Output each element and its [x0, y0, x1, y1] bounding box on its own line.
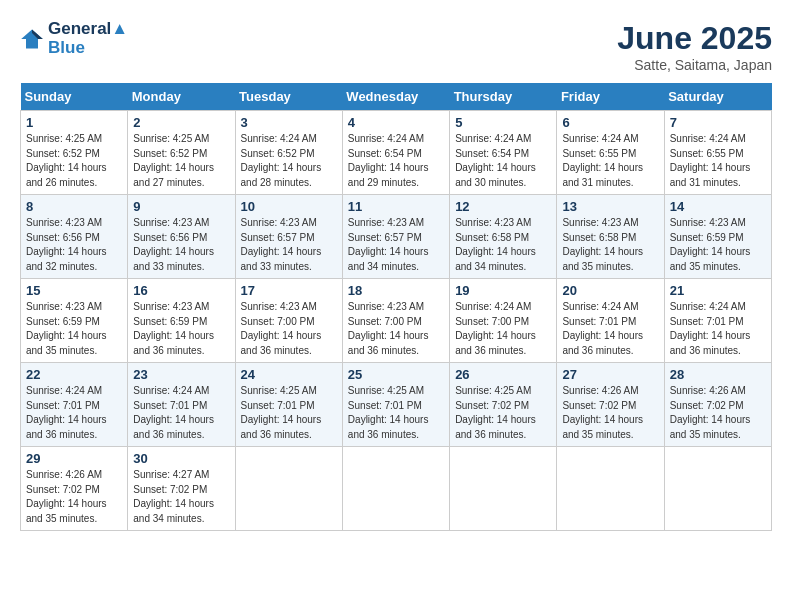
calendar-cell: 2 Sunrise: 4:25 AMSunset: 6:52 PMDayligh… — [128, 111, 235, 195]
calendar-cell: 21 Sunrise: 4:24 AMSunset: 7:01 PMDaylig… — [664, 279, 771, 363]
day-number: 8 — [26, 199, 122, 214]
calendar-cell: 28 Sunrise: 4:26 AMSunset: 7:02 PMDaylig… — [664, 363, 771, 447]
day-info: Sunrise: 4:24 AMSunset: 7:01 PMDaylight:… — [26, 384, 122, 442]
day-number: 17 — [241, 283, 337, 298]
calendar-cell: 30 Sunrise: 4:27 AMSunset: 7:02 PMDaylig… — [128, 447, 235, 531]
day-info: Sunrise: 4:25 AMSunset: 7:01 PMDaylight:… — [241, 384, 337, 442]
logo-icon — [20, 27, 44, 51]
calendar-cell: 9 Sunrise: 4:23 AMSunset: 6:56 PMDayligh… — [128, 195, 235, 279]
day-number: 10 — [241, 199, 337, 214]
day-info: Sunrise: 4:24 AMSunset: 6:54 PMDaylight:… — [348, 132, 444, 190]
calendar-cell: 24 Sunrise: 4:25 AMSunset: 7:01 PMDaylig… — [235, 363, 342, 447]
day-number: 16 — [133, 283, 229, 298]
day-info: Sunrise: 4:26 AMSunset: 7:02 PMDaylight:… — [670, 384, 766, 442]
calendar-cell: 19 Sunrise: 4:24 AMSunset: 7:00 PMDaylig… — [450, 279, 557, 363]
day-info: Sunrise: 4:23 AMSunset: 6:59 PMDaylight:… — [26, 300, 122, 358]
day-number: 26 — [455, 367, 551, 382]
day-info: Sunrise: 4:25 AMSunset: 7:01 PMDaylight:… — [348, 384, 444, 442]
calendar-cell — [450, 447, 557, 531]
day-info: Sunrise: 4:25 AMSunset: 7:02 PMDaylight:… — [455, 384, 551, 442]
calendar-cell: 6 Sunrise: 4:24 AMSunset: 6:55 PMDayligh… — [557, 111, 664, 195]
day-number: 25 — [348, 367, 444, 382]
day-info: Sunrise: 4:24 AMSunset: 7:01 PMDaylight:… — [562, 300, 658, 358]
page-header: General▲ Blue June 2025 Satte, Saitama, … — [20, 20, 772, 73]
day-info: Sunrise: 4:24 AMSunset: 6:52 PMDaylight:… — [241, 132, 337, 190]
calendar-cell: 11 Sunrise: 4:23 AMSunset: 6:57 PMDaylig… — [342, 195, 449, 279]
calendar-cell: 26 Sunrise: 4:25 AMSunset: 7:02 PMDaylig… — [450, 363, 557, 447]
day-info: Sunrise: 4:23 AMSunset: 6:56 PMDaylight:… — [26, 216, 122, 274]
day-info: Sunrise: 4:26 AMSunset: 7:02 PMDaylight:… — [26, 468, 122, 526]
day-number: 30 — [133, 451, 229, 466]
day-number: 23 — [133, 367, 229, 382]
header-tuesday: Tuesday — [235, 83, 342, 111]
calendar-cell: 20 Sunrise: 4:24 AMSunset: 7:01 PMDaylig… — [557, 279, 664, 363]
logo-text: General▲ Blue — [48, 20, 128, 57]
calendar-cell: 3 Sunrise: 4:24 AMSunset: 6:52 PMDayligh… — [235, 111, 342, 195]
day-number: 2 — [133, 115, 229, 130]
day-info: Sunrise: 4:24 AMSunset: 6:54 PMDaylight:… — [455, 132, 551, 190]
day-info: Sunrise: 4:24 AMSunset: 6:55 PMDaylight:… — [562, 132, 658, 190]
day-number: 15 — [26, 283, 122, 298]
calendar-cell: 22 Sunrise: 4:24 AMSunset: 7:01 PMDaylig… — [21, 363, 128, 447]
calendar-cell: 12 Sunrise: 4:23 AMSunset: 6:58 PMDaylig… — [450, 195, 557, 279]
day-number: 5 — [455, 115, 551, 130]
calendar-cell: 15 Sunrise: 4:23 AMSunset: 6:59 PMDaylig… — [21, 279, 128, 363]
day-number: 1 — [26, 115, 122, 130]
day-info: Sunrise: 4:23 AMSunset: 6:59 PMDaylight:… — [133, 300, 229, 358]
day-info: Sunrise: 4:26 AMSunset: 7:02 PMDaylight:… — [562, 384, 658, 442]
day-number: 11 — [348, 199, 444, 214]
day-number: 6 — [562, 115, 658, 130]
calendar-cell: 1 Sunrise: 4:25 AMSunset: 6:52 PMDayligh… — [21, 111, 128, 195]
calendar-cell: 7 Sunrise: 4:24 AMSunset: 6:55 PMDayligh… — [664, 111, 771, 195]
day-info: Sunrise: 4:23 AMSunset: 6:58 PMDaylight:… — [562, 216, 658, 274]
day-number: 18 — [348, 283, 444, 298]
day-number: 9 — [133, 199, 229, 214]
day-number: 28 — [670, 367, 766, 382]
logo: General▲ Blue — [20, 20, 128, 57]
calendar-cell: 18 Sunrise: 4:23 AMSunset: 7:00 PMDaylig… — [342, 279, 449, 363]
calendar-cell: 8 Sunrise: 4:23 AMSunset: 6:56 PMDayligh… — [21, 195, 128, 279]
day-info: Sunrise: 4:24 AMSunset: 7:01 PMDaylight:… — [133, 384, 229, 442]
day-number: 29 — [26, 451, 122, 466]
calendar-cell: 29 Sunrise: 4:26 AMSunset: 7:02 PMDaylig… — [21, 447, 128, 531]
day-number: 20 — [562, 283, 658, 298]
location-subtitle: Satte, Saitama, Japan — [617, 57, 772, 73]
calendar-cell — [557, 447, 664, 531]
day-number: 21 — [670, 283, 766, 298]
title-block: June 2025 Satte, Saitama, Japan — [617, 20, 772, 73]
header-monday: Monday — [128, 83, 235, 111]
day-number: 22 — [26, 367, 122, 382]
calendar-cell: 10 Sunrise: 4:23 AMSunset: 6:57 PMDaylig… — [235, 195, 342, 279]
day-info: Sunrise: 4:23 AMSunset: 6:59 PMDaylight:… — [670, 216, 766, 274]
calendar-table: SundayMondayTuesdayWednesdayThursdayFrid… — [20, 83, 772, 531]
day-number: 4 — [348, 115, 444, 130]
day-number: 12 — [455, 199, 551, 214]
calendar-cell: 13 Sunrise: 4:23 AMSunset: 6:58 PMDaylig… — [557, 195, 664, 279]
day-info: Sunrise: 4:23 AMSunset: 7:00 PMDaylight:… — [241, 300, 337, 358]
calendar-cell: 14 Sunrise: 4:23 AMSunset: 6:59 PMDaylig… — [664, 195, 771, 279]
day-number: 27 — [562, 367, 658, 382]
calendar-cell: 27 Sunrise: 4:26 AMSunset: 7:02 PMDaylig… — [557, 363, 664, 447]
day-number: 14 — [670, 199, 766, 214]
month-title: June 2025 — [617, 20, 772, 57]
day-number: 7 — [670, 115, 766, 130]
calendar-cell: 16 Sunrise: 4:23 AMSunset: 6:59 PMDaylig… — [128, 279, 235, 363]
day-info: Sunrise: 4:23 AMSunset: 6:56 PMDaylight:… — [133, 216, 229, 274]
day-number: 24 — [241, 367, 337, 382]
day-info: Sunrise: 4:25 AMSunset: 6:52 PMDaylight:… — [133, 132, 229, 190]
header-friday: Friday — [557, 83, 664, 111]
day-info: Sunrise: 4:23 AMSunset: 7:00 PMDaylight:… — [348, 300, 444, 358]
day-number: 19 — [455, 283, 551, 298]
header-sunday: Sunday — [21, 83, 128, 111]
day-info: Sunrise: 4:23 AMSunset: 6:57 PMDaylight:… — [241, 216, 337, 274]
calendar-cell — [342, 447, 449, 531]
day-info: Sunrise: 4:23 AMSunset: 6:58 PMDaylight:… — [455, 216, 551, 274]
calendar-cell: 5 Sunrise: 4:24 AMSunset: 6:54 PMDayligh… — [450, 111, 557, 195]
day-info: Sunrise: 4:23 AMSunset: 6:57 PMDaylight:… — [348, 216, 444, 274]
day-info: Sunrise: 4:24 AMSunset: 7:00 PMDaylight:… — [455, 300, 551, 358]
header-wednesday: Wednesday — [342, 83, 449, 111]
header-saturday: Saturday — [664, 83, 771, 111]
day-number: 13 — [562, 199, 658, 214]
day-info: Sunrise: 4:27 AMSunset: 7:02 PMDaylight:… — [133, 468, 229, 526]
header-thursday: Thursday — [450, 83, 557, 111]
